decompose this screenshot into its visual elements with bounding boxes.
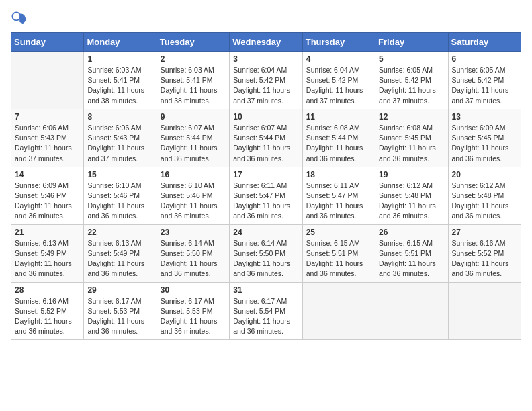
day-number: 25 — [306, 228, 371, 237]
calendar-cell: 8Sunrise: 6:06 AMSunset: 5:43 PMDaylight… — [84, 109, 157, 167]
day-header-monday: Monday — [84, 33, 157, 52]
calendar-week-5: 28Sunrise: 6:16 AMSunset: 5:52 PMDayligh… — [11, 282, 521, 340]
day-number: 2 — [161, 54, 226, 64]
calendar-cell — [448, 282, 521, 340]
day-detail: Sunrise: 6:11 AMSunset: 5:47 PMDaylight:… — [306, 181, 371, 222]
calendar-cell: 9Sunrise: 6:07 AMSunset: 5:44 PMDaylight… — [157, 109, 229, 167]
day-detail: Sunrise: 6:08 AMSunset: 5:44 PMDaylight:… — [306, 123, 371, 164]
day-number: 11 — [306, 112, 371, 122]
day-number: 28 — [15, 285, 80, 295]
day-number: 22 — [87, 228, 152, 237]
calendar-cell: 14Sunrise: 6:09 AMSunset: 5:46 PMDayligh… — [11, 167, 84, 224]
svg-point-0 — [12, 12, 20, 20]
day-number: 1 — [87, 54, 152, 64]
calendar-cell: 24Sunrise: 6:14 AMSunset: 5:50 PMDayligh… — [230, 224, 302, 282]
day-number: 23 — [161, 228, 226, 237]
logo — [11, 11, 30, 27]
day-number: 15 — [87, 170, 152, 179]
day-number: 4 — [306, 54, 371, 64]
day-number: 30 — [161, 285, 226, 295]
day-number: 18 — [306, 170, 371, 179]
calendar-cell: 27Sunrise: 6:16 AMSunset: 5:52 PMDayligh… — [448, 224, 521, 282]
day-detail: Sunrise: 6:14 AMSunset: 5:50 PMDaylight:… — [161, 238, 226, 279]
day-detail: Sunrise: 6:14 AMSunset: 5:50 PMDaylight:… — [233, 238, 298, 279]
day-detail: Sunrise: 6:12 AMSunset: 5:48 PMDaylight:… — [452, 181, 517, 222]
day-detail: Sunrise: 6:15 AMSunset: 5:51 PMDaylight:… — [306, 238, 371, 279]
day-detail: Sunrise: 6:05 AMSunset: 5:42 PMDaylight:… — [452, 65, 517, 106]
day-header-tuesday: Tuesday — [157, 33, 229, 52]
calendar-cell: 26Sunrise: 6:15 AMSunset: 5:51 PMDayligh… — [375, 224, 448, 282]
calendar-cell: 20Sunrise: 6:12 AMSunset: 5:48 PMDayligh… — [448, 167, 521, 224]
day-detail: Sunrise: 6:04 AMSunset: 5:42 PMDaylight:… — [233, 65, 298, 106]
day-header-friday: Friday — [375, 33, 448, 52]
calendar-cell: 1Sunrise: 6:03 AMSunset: 5:41 PMDaylight… — [84, 52, 157, 109]
day-number: 16 — [161, 170, 226, 179]
day-detail: Sunrise: 6:09 AMSunset: 5:45 PMDaylight:… — [452, 123, 517, 164]
logo-icon — [11, 11, 27, 27]
day-header-wednesday: Wednesday — [230, 33, 302, 52]
calendar-cell: 13Sunrise: 6:09 AMSunset: 5:45 PMDayligh… — [448, 109, 521, 167]
day-detail: Sunrise: 6:12 AMSunset: 5:48 PMDaylight:… — [379, 181, 444, 222]
day-number: 12 — [379, 112, 444, 122]
day-number: 7 — [15, 112, 80, 122]
calendar-cell: 23Sunrise: 6:14 AMSunset: 5:50 PMDayligh… — [157, 224, 229, 282]
day-detail: Sunrise: 6:17 AMSunset: 5:54 PMDaylight:… — [233, 296, 298, 337]
day-number: 21 — [15, 228, 80, 237]
day-detail: Sunrise: 6:09 AMSunset: 5:46 PMDaylight:… — [15, 181, 80, 222]
day-detail: Sunrise: 6:03 AMSunset: 5:41 PMDaylight:… — [87, 65, 152, 106]
calendar-cell: 18Sunrise: 6:11 AMSunset: 5:47 PMDayligh… — [302, 167, 375, 224]
day-number: 13 — [452, 112, 517, 122]
day-number: 31 — [233, 285, 298, 295]
day-detail: Sunrise: 6:10 AMSunset: 5:46 PMDaylight:… — [87, 181, 152, 222]
calendar-week-3: 14Sunrise: 6:09 AMSunset: 5:46 PMDayligh… — [11, 167, 521, 224]
calendar-cell: 5Sunrise: 6:05 AMSunset: 5:42 PMDaylight… — [375, 52, 448, 109]
calendar-week-4: 21Sunrise: 6:13 AMSunset: 5:49 PMDayligh… — [11, 224, 521, 282]
calendar-cell: 28Sunrise: 6:16 AMSunset: 5:52 PMDayligh… — [11, 282, 84, 340]
day-detail: Sunrise: 6:17 AMSunset: 5:53 PMDaylight:… — [87, 296, 152, 337]
calendar-cell — [302, 282, 375, 340]
day-number: 20 — [452, 170, 517, 179]
day-detail: Sunrise: 6:17 AMSunset: 5:53 PMDaylight:… — [161, 296, 226, 337]
day-number: 27 — [452, 228, 517, 237]
day-header-sunday: Sunday — [11, 33, 84, 52]
calendar-cell: 31Sunrise: 6:17 AMSunset: 5:54 PMDayligh… — [230, 282, 302, 340]
calendar-cell: 3Sunrise: 6:04 AMSunset: 5:42 PMDaylight… — [230, 52, 302, 109]
day-number: 17 — [233, 170, 298, 179]
calendar-cell: 16Sunrise: 6:10 AMSunset: 5:46 PMDayligh… — [157, 167, 229, 224]
day-detail: Sunrise: 6:16 AMSunset: 5:52 PMDaylight:… — [452, 238, 517, 279]
calendar-cell: 17Sunrise: 6:11 AMSunset: 5:47 PMDayligh… — [230, 167, 302, 224]
day-detail: Sunrise: 6:13 AMSunset: 5:49 PMDaylight:… — [15, 238, 80, 279]
day-number: 3 — [233, 54, 298, 64]
calendar-cell: 2Sunrise: 6:03 AMSunset: 5:41 PMDaylight… — [157, 52, 229, 109]
day-number: 14 — [15, 170, 80, 179]
day-detail: Sunrise: 6:15 AMSunset: 5:51 PMDaylight:… — [379, 238, 444, 279]
calendar-cell: 21Sunrise: 6:13 AMSunset: 5:49 PMDayligh… — [11, 224, 84, 282]
calendar-cell: 7Sunrise: 6:06 AMSunset: 5:43 PMDaylight… — [11, 109, 84, 167]
calendar-week-1: 1Sunrise: 6:03 AMSunset: 5:41 PMDaylight… — [11, 52, 521, 109]
calendar-cell: 25Sunrise: 6:15 AMSunset: 5:51 PMDayligh… — [302, 224, 375, 282]
day-number: 26 — [379, 228, 444, 237]
calendar-cell: 11Sunrise: 6:08 AMSunset: 5:44 PMDayligh… — [302, 109, 375, 167]
day-detail: Sunrise: 6:06 AMSunset: 5:43 PMDaylight:… — [87, 123, 152, 164]
day-detail: Sunrise: 6:13 AMSunset: 5:49 PMDaylight:… — [87, 238, 152, 279]
calendar-cell — [11, 52, 84, 109]
calendar-cell: 12Sunrise: 6:08 AMSunset: 5:45 PMDayligh… — [375, 109, 448, 167]
day-detail: Sunrise: 6:10 AMSunset: 5:46 PMDaylight:… — [161, 181, 226, 222]
day-number: 9 — [161, 112, 226, 122]
day-number: 10 — [233, 112, 298, 122]
calendar-week-2: 7Sunrise: 6:06 AMSunset: 5:43 PMDaylight… — [11, 109, 521, 167]
day-number: 19 — [379, 170, 444, 179]
day-number: 5 — [379, 54, 444, 64]
calendar-cell: 29Sunrise: 6:17 AMSunset: 5:53 PMDayligh… — [84, 282, 157, 340]
day-detail: Sunrise: 6:07 AMSunset: 5:44 PMDaylight:… — [161, 123, 226, 164]
day-number: 8 — [87, 112, 152, 122]
day-header-thursday: Thursday — [302, 33, 375, 52]
day-detail: Sunrise: 6:05 AMSunset: 5:42 PMDaylight:… — [379, 65, 444, 106]
calendar-cell — [375, 282, 448, 340]
calendar-cell: 30Sunrise: 6:17 AMSunset: 5:53 PMDayligh… — [157, 282, 229, 340]
day-number: 6 — [452, 54, 517, 64]
day-detail: Sunrise: 6:16 AMSunset: 5:52 PMDaylight:… — [15, 296, 80, 337]
day-number: 29 — [87, 285, 152, 295]
calendar-cell: 4Sunrise: 6:04 AMSunset: 5:42 PMDaylight… — [302, 52, 375, 109]
calendar-cell: 19Sunrise: 6:12 AMSunset: 5:48 PMDayligh… — [375, 167, 448, 224]
